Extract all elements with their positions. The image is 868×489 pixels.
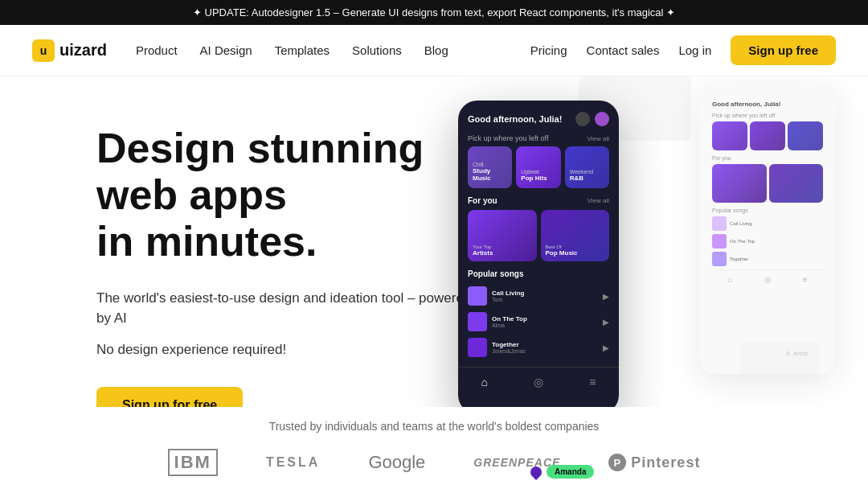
phone-bg: Good afternoon, Julia! Pick up where you… — [699, 84, 836, 374]
logo-icon: u — [32, 39, 55, 62]
phone-bg-song-2: On The Top — [712, 234, 823, 249]
hero-title-line2: web apps — [96, 171, 287, 218]
song-thumb-3 — [468, 338, 487, 357]
phone-header: Good afternoon, Julia! — [458, 112, 619, 126]
view-all-1: View all — [588, 135, 609, 142]
top-artists-title: Artists — [473, 249, 532, 257]
nav-templates[interactable]: Templates — [275, 43, 330, 57]
music-card-weekend: Weekend R&B — [565, 146, 609, 188]
song-item-3: Together Jones&Jonas ▶ — [458, 335, 619, 360]
bg-card-1 — [712, 121, 747, 150]
nav-login[interactable]: Log in — [678, 43, 711, 57]
phone-greeting: Good afternoon, Julia! — [468, 114, 562, 124]
for-you-title: For you — [468, 196, 497, 205]
phone-main: Good afternoon, Julia! Pick up where you… — [458, 101, 619, 414]
music-card-upbeat: Upbeat Pop Hits — [516, 146, 560, 188]
upbeat-title: Pop Hits — [521, 175, 555, 182]
nav-blog[interactable]: Blog — [424, 43, 448, 57]
artist-card-top: Your Top Artists — [468, 210, 537, 261]
bg-song-thumb-3 — [712, 252, 727, 266]
navbar: u uizard Product AI Design Templates Sol… — [0, 25, 868, 76]
trusted-text: Trusted by individuals and teams at the … — [0, 420, 868, 433]
song-artist-3: Jones&Jonas — [492, 348, 598, 354]
phone-bg-nav: ⌂ ◎ ≡ — [712, 269, 823, 284]
bg-song-thumb-1 — [712, 216, 727, 231]
song-artist-1: Tom — [492, 297, 598, 302]
upbeat-label: Upbeat — [521, 169, 555, 175]
logo-text: uizard — [59, 41, 107, 60]
song-info-2: On The Top Alma — [492, 315, 598, 328]
song-thumb-1 — [468, 286, 487, 306]
song-thumb-2 — [468, 312, 487, 331]
trusted-logos: IBM TESLA Google GREENPEACE P Pinterest — [0, 449, 868, 476]
bg-card-3 — [788, 121, 823, 150]
phone-bg-song-1: Cali Living — [712, 216, 823, 231]
artist-cards: Your Top Artists Best Of Pop Music — [458, 210, 619, 261]
bg-art-1 — [712, 164, 767, 203]
library-nav-icon: ≡ — [589, 376, 596, 388]
phone-bg-cards — [712, 121, 823, 150]
song-item-2: On The Top Alma ▶ — [458, 309, 619, 335]
tesla-logo: TESLA — [266, 455, 320, 470]
nav-solutions[interactable]: Solutions — [352, 43, 402, 57]
trusted-section: Trusted by individuals and teams at the … — [0, 407, 868, 489]
pickup-label: Pick up where you left off — [468, 134, 548, 142]
pinterest-p-icon: P — [608, 454, 626, 471]
hero-title-line3: in minutes. — [96, 218, 317, 265]
for-you-header: For you View all — [458, 196, 619, 205]
play-icon-2: ▶ — [603, 318, 609, 327]
pop-music-title: Pop Music — [546, 249, 605, 257]
song-artist-2: Alma — [492, 323, 598, 328]
phone-bg-art — [712, 164, 823, 203]
artist-card-pop: Best Of Pop Music — [541, 210, 610, 261]
song-info-1: Cali Living Tom — [492, 290, 598, 302]
search-nav-icon: ◎ — [534, 376, 543, 388]
pinterest-logo: P Pinterest — [608, 454, 700, 471]
play-icon-3: ▶ — [603, 343, 609, 352]
popular-header: Popular songs — [458, 269, 619, 278]
song-name-2: On The Top — [492, 315, 598, 323]
wireframe-panel-bottom — [739, 342, 820, 382]
bg-song-text-2: On The Top — [730, 239, 755, 244]
bg-song-text-1: Cali Living — [730, 221, 752, 226]
music-cards: Chill Study Music Upbeat Pop Hits Weeken… — [458, 146, 619, 188]
nav-product[interactable]: Product — [136, 43, 178, 57]
cursor-amanda: Amanda — [530, 465, 594, 479]
bg-song-text-3: Together — [730, 257, 748, 261]
weekend-title: R&B — [570, 175, 604, 182]
music-card-chill: Chill Study Music — [468, 146, 512, 188]
weekend-label: Weekend — [570, 169, 604, 175]
bg-search-icon: ◎ — [764, 275, 772, 284]
play-icon-1: ▶ — [603, 292, 609, 301]
phone-bg-foryou: For you — [712, 155, 823, 161]
song-name-1: Cali Living — [492, 290, 598, 297]
navbar-left: u uizard Product AI Design Templates Sol… — [32, 39, 448, 62]
nav-links: Product AI Design Templates Solutions Bl… — [136, 43, 448, 57]
ibm-logo: IBM — [168, 449, 218, 476]
chill-title: Study Music — [473, 167, 507, 182]
cursor-label: Amanda — [547, 465, 594, 479]
hero-title-line1: Design stunning — [96, 125, 424, 171]
nav-contact[interactable]: Contact sales — [587, 43, 660, 57]
nav-ai-design[interactable]: AI Design — [200, 43, 252, 57]
bg-song-thumb-2 — [712, 234, 727, 249]
song-item-1: Cali Living Tom ▶ — [458, 283, 619, 309]
nav-pricing[interactable]: Pricing — [530, 43, 567, 57]
logo[interactable]: u uizard — [32, 39, 107, 62]
google-logo: Google — [368, 452, 425, 473]
bell-icon — [575, 112, 590, 126]
bg-home-icon: ⌂ — [728, 275, 733, 284]
chill-label: Chill — [473, 162, 507, 167]
signup-button[interactable]: Sign up free — [731, 35, 836, 65]
home-nav-icon: ⌂ — [481, 376, 488, 388]
avatar-icon — [595, 112, 609, 126]
dashboard-label: 4. Dashboard — [673, 76, 711, 77]
bg-card-2 — [750, 121, 785, 150]
song-name-3: Together — [492, 341, 598, 348]
phone-bg-popular: Popular songs — [712, 208, 823, 213]
phone-bg-pickup: Pick up where you left off — [712, 113, 823, 118]
top-banner: ✦ UPDATE: Autodesigner 1.5 – Generate UI… — [0, 0, 868, 25]
popular-songs-title: Popular songs — [468, 269, 523, 278]
bg-lib-icon: ≡ — [803, 275, 808, 284]
cursor-pointer — [528, 464, 544, 480]
